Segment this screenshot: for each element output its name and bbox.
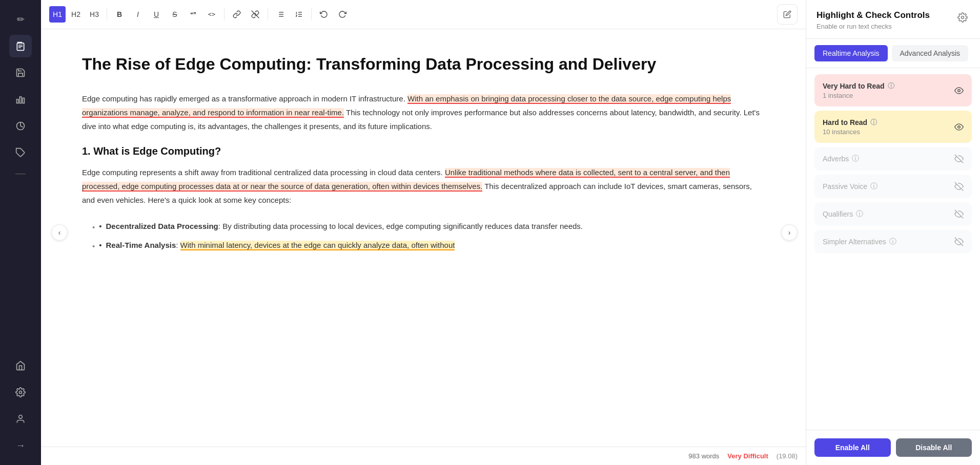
redo-button[interactable] [334,6,351,23]
section-heading-1: 1. What is Edge Computing? [82,145,765,157]
info-icon-hard: ⓘ [870,118,877,127]
svg-point-23 [958,89,961,92]
right-panel-subtitle: Enable or run text checks [816,23,930,30]
info-icon-qualifiers: ⓘ [856,209,863,219]
toolbar-divider-4 [311,8,312,20]
eye-toggle-passive[interactable] [954,182,964,191]
highlight-orange-2: Unlike traditional methods where data is… [82,168,730,192]
eye-toggle-qualifiers[interactable] [954,209,964,219]
underline-button[interactable]: U [148,6,165,23]
svg-point-10 [19,391,22,394]
info-icon-adverbs: ⓘ [852,154,859,163]
eye-toggle-simpler[interactable] [954,237,964,246]
check-simpler-alternatives[interactable]: Simpler Alternatives ⓘ [814,230,972,253]
main-editor-area: H1 H2 H3 B I U S ❝❞ <> [41,0,806,465]
list-item-2: • Real-Time Analysis: With minimal laten… [92,238,765,253]
sidebar-icon-document[interactable] [9,35,32,57]
svg-rect-4 [18,48,21,48]
highlight-orange-1: With an emphasis on bringing data proces… [82,94,731,118]
check-qualifiers[interactable]: Qualifiers ⓘ [814,202,972,226]
right-panel-header: Highlight & Check Controls Enable or run… [806,0,980,39]
left-sidebar: ✏ — → [0,0,41,465]
sidebar-icon-tag[interactable] [9,141,32,164]
svg-rect-5 [17,99,18,103]
sidebar-separator: — [9,168,32,178]
toolbar-divider-1 [107,8,107,20]
eye-toggle-adverbs[interactable] [954,154,964,163]
undo-button[interactable] [316,6,332,23]
info-icon-very-hard: ⓘ [888,81,894,91]
list-item-1: • Decentralized Data Processing: By dist… [92,219,765,234]
right-panel: Highlight & Check Controls Enable or run… [806,0,980,465]
analysis-tabs: Realtime Analysis Advanced Analysis [806,39,980,68]
check-very-hard-to-read-label: Very Hard to Read ⓘ [823,81,894,91]
svg-rect-7 [23,98,24,103]
h1-button[interactable]: H1 [49,6,66,23]
editor-toolbar: H1 H2 H3 B I U S ❝❞ <> [41,0,806,29]
sidebar-icon-analytics[interactable] [9,115,32,137]
sidebar-icon-edit[interactable]: ✏ [9,8,32,31]
sidebar-icon-settings[interactable] [9,381,32,404]
nav-arrow-left[interactable]: ‹ [51,224,68,241]
list-button[interactable] [272,6,289,23]
eye-toggle-hard[interactable] [954,122,964,132]
code-button[interactable]: <> [203,6,220,23]
paragraph-1: Edge computing has rapidly emerged as a … [82,92,765,133]
svg-rect-0 [17,42,22,43]
highlight-yellow-1: With minimal latency, devices at the edg… [180,241,455,250]
sidebar-icon-save[interactable] [9,61,32,84]
tab-advanced[interactable]: Advanced Analysis [892,45,969,61]
quote-button[interactable]: ❝❞ [185,6,201,23]
info-icon-passive: ⓘ [870,182,877,191]
document-list: • Decentralized Data Processing: By dist… [82,219,765,253]
document-title: The Rise of Edge Computing: Transforming… [82,54,765,75]
right-panel-title: Highlight & Check Controls [816,10,930,20]
check-adverbs-label: Adverbs ⓘ [823,154,859,163]
list-item-2-bold: Real-Time Analysis [106,241,176,249]
document-content[interactable]: ‹ › The Rise of Edge Computing: Transfor… [41,29,806,447]
h3-button[interactable]: H3 [86,6,103,23]
bold-button[interactable]: B [111,6,128,23]
svg-rect-2 [18,45,23,46]
difficulty-score: (19.08) [777,452,798,460]
list-item-1-bold: Decentralized Data Processing [106,222,218,230]
check-hard-to-read-label: Hard to Read ⓘ [823,118,877,127]
nav-arrow-right[interactable]: › [781,224,798,241]
svg-rect-3 [18,46,23,47]
svg-point-11 [19,415,23,419]
check-very-hard-to-read[interactable]: Very Hard to Read ⓘ 1 instance [814,74,972,107]
check-passive-voice[interactable]: Passive Voice ⓘ [814,175,972,198]
disable-all-button[interactable]: Disable All [896,438,972,457]
h2-button[interactable]: H2 [68,6,84,23]
svg-rect-6 [19,97,21,103]
check-hard-to-read[interactable]: Hard to Read ⓘ 10 instances [814,111,972,143]
check-hard-to-read-count: 10 instances [823,128,877,136]
sidebar-icon-arrow[interactable]: → [9,434,32,457]
check-simpler-alternatives-label: Simpler Alternatives ⓘ [823,237,896,246]
toolbar-divider-3 [268,8,268,20]
italic-button[interactable]: I [130,6,146,23]
eye-toggle-very-hard[interactable] [954,86,964,95]
checks-list: Very Hard to Read ⓘ 1 instance Hard to R… [806,68,980,430]
check-adverbs[interactable]: Adverbs ⓘ [814,147,972,171]
ordered-list-button[interactable] [291,6,307,23]
paragraph-2: Edge computing represents a shift away f… [82,165,765,207]
difficulty-label: Very Difficult [727,452,768,460]
edit-mode-button[interactable] [777,4,798,25]
toolbar-divider-2 [224,8,224,20]
check-passive-voice-label: Passive Voice ⓘ [823,182,877,191]
info-icon-simpler: ⓘ [889,237,896,246]
sidebar-icon-chart[interactable] [9,88,32,111]
unlink-button[interactable] [247,6,263,23]
check-very-hard-to-read-count: 1 instance [823,92,894,99]
sidebar-icon-home[interactable] [9,354,32,377]
svg-point-24 [958,125,961,128]
word-count: 983 words [688,452,719,460]
link-button[interactable] [229,6,245,23]
tab-realtime[interactable]: Realtime Analysis [814,45,888,61]
strikethrough-button[interactable]: S [167,6,183,23]
sidebar-icon-user[interactable] [9,408,32,430]
panel-settings-button[interactable] [955,10,970,26]
svg-point-22 [962,16,964,19]
enable-all-button[interactable]: Enable All [814,438,891,457]
